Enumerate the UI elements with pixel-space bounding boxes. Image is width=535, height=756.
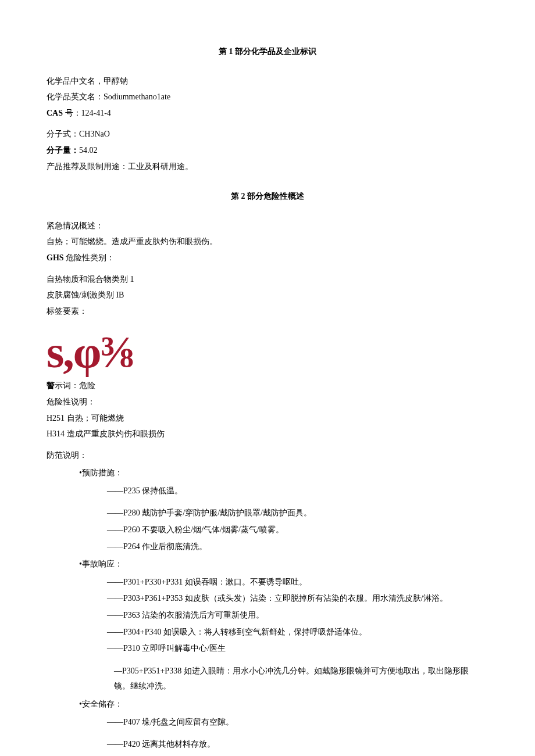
response-r2: ——P303+P361+P353 如皮肤（或头发）沾染：立即脱掉所有沾染的衣服。… [107, 591, 488, 607]
mw-value: 54.02 [79, 146, 98, 155]
prevention-p260: ——P260 不要吸入粉尘/烟/气体/烟雾/蒸气/喷雾。 [107, 522, 488, 538]
prevention-head: •预防措施： [79, 465, 488, 481]
ghs-prefix: GHS [47, 253, 64, 262]
response-r5: ——P310 立即呼叫解毒中心/医生 [107, 641, 488, 657]
emergency-head: 紧急情况概述： [47, 218, 488, 234]
prevention-p280: ——P280 戴防护手套/穿防护服/戴防护眼罩/戴防护面具。 [107, 506, 488, 521]
precaution-head: 防范说明： [47, 448, 488, 464]
label-elements: 标签要素： [47, 304, 488, 320]
molecular-weight: 分子量：54.02 [47, 143, 488, 159]
response-r1: ——P301+P330+P331 如误吞咽：漱口。不要诱导呕吐。 [107, 575, 488, 590]
hazard-head: 危险性说明： [47, 395, 488, 410]
storage-s2: ——P420 远离其他材料存放。 [107, 737, 488, 753]
response-r4: ——P304+P340 如误吸入：将人转移到空气新鲜处，保持呼吸舒适体位。 [107, 625, 488, 640]
recommended-use: 产品推荐及限制用途：工业及科研用途。 [47, 159, 488, 175]
response-r6: —P305+P351+P338 如进入眼睛：用水小心冲洗几分钟。如戴隐形眼镜并可… [114, 664, 483, 694]
cas-number: CAS 号：124-41-4 [47, 106, 488, 121]
ghs-cat2: 皮肤腐蚀/刺激类别 IB [47, 288, 488, 303]
chem-name-cn: 化学品中文名，甲醇钠 [47, 74, 488, 89]
signal-text: 示词：危险 [55, 381, 95, 390]
ghs-cat1: 自热物质和混合物类别 1 [47, 272, 488, 288]
signal-prefix: 警 [47, 381, 55, 390]
prevention-p235: ——P235 保持低温。 [107, 483, 488, 499]
hazard-h251: H251 自热；可能燃烧 [47, 411, 488, 427]
emergency-text: 自热；可能燃烧。造成严重皮肤灼伤和眼损伤。 [47, 234, 488, 250]
hazard-h314: H314 造成严重皮肤灼伤和眼损伤 [47, 427, 488, 442]
signal-word: 警示词：危险 [47, 378, 488, 394]
prevention-p264: ——P264 作业后彻底清洗。 [107, 539, 488, 555]
response-head: •事故响应： [79, 557, 488, 572]
cas-prefix: CAS [47, 109, 63, 117]
section1-title: 第 1 部分化学品及企业标识 [47, 44, 488, 60]
mw-prefix: 分子量： [47, 146, 79, 155]
storage-head: •安全储存： [79, 697, 488, 712]
cas-suffix: 号：124-41-4 [63, 109, 111, 117]
molecular-formula: 分子式：CH3NaO [47, 127, 488, 142]
ghs-class: GHS 危险性类别： [47, 250, 488, 266]
storage-s1: ——P407 垛/托盘之间应留有空隙。 [107, 715, 488, 730]
response-r3: ——P363 沾染的衣服清洗后方可重新使用。 [107, 608, 488, 624]
ghs-suffix: 危险性类别： [64, 253, 115, 262]
section2-title: 第 2 部分危险性概述 [47, 189, 488, 205]
ghs-pictogram-icon: s,φ⅜ [47, 329, 488, 375]
chem-name-en: 化学品英文名：Sodiummethano1ate [47, 89, 488, 105]
